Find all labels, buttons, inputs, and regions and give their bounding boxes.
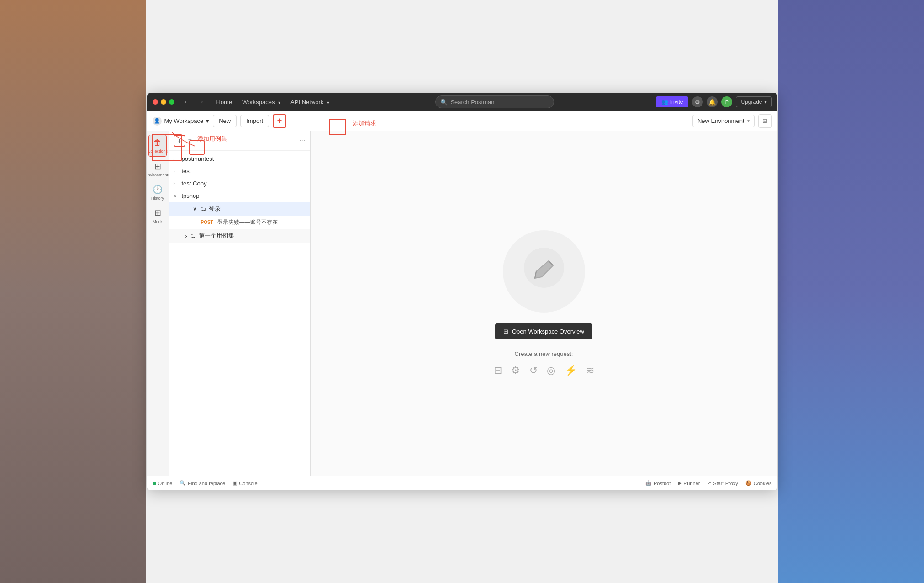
collections-label: Collections	[148, 149, 168, 154]
open-workspace-button[interactable]: ⊞ Open Workspace Overview	[495, 323, 592, 339]
sidebar-item-environments[interactable]: ⊞ Environments	[148, 159, 167, 180]
sidebar-item-history[interactable]: 🕐 History	[148, 182, 167, 203]
import-button[interactable]: Import	[240, 115, 269, 127]
collection-name: postmantest	[182, 155, 306, 162]
workspace-name: My Workspace	[164, 117, 204, 124]
collections-icon: 🗑	[153, 138, 162, 148]
postbot-button[interactable]: 🤖 Postbot	[645, 480, 671, 486]
search-icon: 🔍	[440, 99, 448, 106]
runner-button[interactable]: ▶ Runner	[678, 480, 700, 486]
nav-tabs: Home Workspaces ▾ API Network ▾	[212, 97, 334, 107]
more-options-icon[interactable]: ···	[299, 137, 305, 145]
grpc-icon[interactable]: ↺	[529, 365, 538, 376]
graphql-icon[interactable]: ⚙	[511, 365, 520, 376]
new-button[interactable]: New	[213, 115, 237, 127]
environment-selector[interactable]: New Environment ▾	[692, 115, 755, 127]
avatar-button[interactable]: P	[721, 96, 732, 107]
cookies-label: Cookies	[754, 481, 772, 486]
mock-label: Mock	[153, 219, 163, 224]
open-workspace-label: Open Workspace Overview	[512, 328, 584, 335]
mqtt-icon[interactable]: ≋	[586, 365, 594, 376]
history-icon: 🕐	[153, 185, 163, 195]
mock-icon: ⊞	[154, 208, 161, 218]
online-status[interactable]: Online	[153, 481, 173, 486]
sidebar-item-mock[interactable]: ⊞ Mock	[148, 205, 167, 227]
collections-panel: + ≡ ··· › postmantest › test ›	[169, 131, 311, 476]
online-label: Online	[158, 481, 173, 486]
tab-api-network[interactable]: API Network ▾	[286, 97, 334, 107]
tree-item-tpshop[interactable]: ∨ tpshop	[169, 190, 310, 202]
chevron-right-icon: ›	[174, 169, 179, 174]
postbot-icon: 🤖	[645, 480, 652, 486]
websocket-icon[interactable]: ◎	[547, 365, 555, 376]
environments-icon: ⊞	[154, 161, 161, 171]
cookies-button[interactable]: 🍪 Cookies	[745, 480, 772, 486]
close-button[interactable]	[153, 99, 158, 105]
window-controls	[153, 99, 174, 105]
main-content: 🗑 Collections ⊞ Environments 🕐 History ⊞…	[147, 131, 777, 476]
find-replace-button[interactable]: 🔍 Find and replace	[180, 480, 225, 486]
invite-button[interactable]: 👥 Invite	[656, 96, 689, 107]
chevron-right-icon: ›	[174, 156, 179, 161]
socket-io-icon[interactable]: ⚡	[565, 365, 577, 376]
chevron-down-icon: ∨	[174, 193, 179, 198]
workspace-avatar-icon: 👤	[154, 118, 160, 124]
console-button[interactable]: ▣ Console	[232, 480, 257, 486]
panel-toolbar: + ≡ ···	[169, 131, 310, 151]
create-request-label: Create a new request:	[515, 350, 573, 357]
add-icon: +	[177, 137, 181, 144]
tab-workspaces[interactable]: Workspaces ▾	[238, 97, 285, 107]
env-chevron-icon: ▾	[747, 118, 750, 123]
tree-item-postmantest[interactable]: › postmantest	[169, 153, 310, 165]
notifications-button[interactable]: 🔔	[707, 96, 718, 107]
collection-tree: › postmantest › test › test Copy ∨ tpsho…	[169, 151, 310, 476]
sidebar-item-collections[interactable]: 🗑 Collections	[148, 135, 167, 157]
find-replace-label: Find and replace	[188, 481, 225, 486]
tab-home[interactable]: Home	[212, 97, 237, 107]
workspace-illustration	[503, 230, 585, 313]
folder-name: 登录	[209, 205, 221, 213]
pencil-icon	[523, 247, 565, 296]
filter-icon[interactable]: ≡	[188, 137, 192, 144]
search-placeholder-text: Search Postman	[450, 99, 494, 106]
invite-label: Invite	[670, 99, 683, 105]
settings-button[interactable]: ⚙	[692, 96, 703, 107]
collection-name: test	[182, 168, 306, 175]
workspace-main: ⊞ Open Workspace Overview Create a new r…	[311, 131, 777, 476]
env-label: New Environment	[697, 117, 744, 124]
tree-item-test-copy[interactable]: › test Copy	[169, 177, 310, 190]
request-name: 登录失败——账号不存在	[217, 218, 278, 226]
nav-back-button[interactable]: ←	[182, 97, 193, 107]
add-collection-button[interactable]: +	[174, 135, 185, 147]
add-request-button[interactable]: +	[273, 114, 286, 128]
tree-item-test[interactable]: › test	[169, 165, 310, 177]
minimize-button[interactable]	[161, 99, 166, 105]
tab-workspaces-label: Workspaces	[242, 99, 275, 106]
workspace-icon: 👤	[153, 117, 162, 126]
maximize-button[interactable]	[169, 99, 174, 105]
title-bar: ← → Home Workspaces ▾ API Network ▾ 🔍 Se…	[147, 93, 777, 111]
title-bar-actions: 👥 Invite ⚙ 🔔 P Upgrade ▾	[656, 96, 772, 107]
search-postman-box[interactable]: 🔍 Search Postman	[435, 95, 554, 108]
workspaces-chevron-icon: ▾	[278, 100, 280, 105]
tree-item-login-folder[interactable]: ∨ 🗂 登录	[169, 202, 310, 216]
nav-controls: ← →	[182, 97, 206, 107]
upgrade-button[interactable]: Upgrade ▾	[736, 96, 771, 107]
workspace-selector[interactable]: 👤 My Workspace ▾	[153, 117, 210, 126]
folder-icon: 🗂	[200, 206, 206, 212]
start-proxy-button[interactable]: ↗ Start Proxy	[707, 480, 738, 486]
runner-label: Runner	[683, 481, 700, 486]
tree-item-login-fail-request[interactable]: POST 登录失败——账号不存在	[169, 216, 310, 229]
layout-toggle-button[interactable]: ⊞	[758, 114, 772, 128]
environments-label: Environments	[147, 173, 170, 177]
nav-forward-button[interactable]: →	[195, 97, 206, 107]
tree-item-first-suite[interactable]: › 🗂 第一个用例集	[169, 229, 310, 243]
online-dot-icon	[153, 482, 156, 485]
http-request-icon[interactable]: ⊟	[494, 365, 502, 376]
collection-name: test Copy	[182, 180, 306, 187]
upgrade-chevron-icon: ▾	[764, 99, 767, 105]
workspace-overview-icon: ⊞	[503, 328, 508, 335]
invite-icon: 👥	[661, 99, 668, 105]
folder-name: 第一个用例集	[199, 232, 234, 240]
sidebar-icons: 🗑 Collections ⊞ Environments 🕐 History ⊞…	[147, 131, 169, 476]
